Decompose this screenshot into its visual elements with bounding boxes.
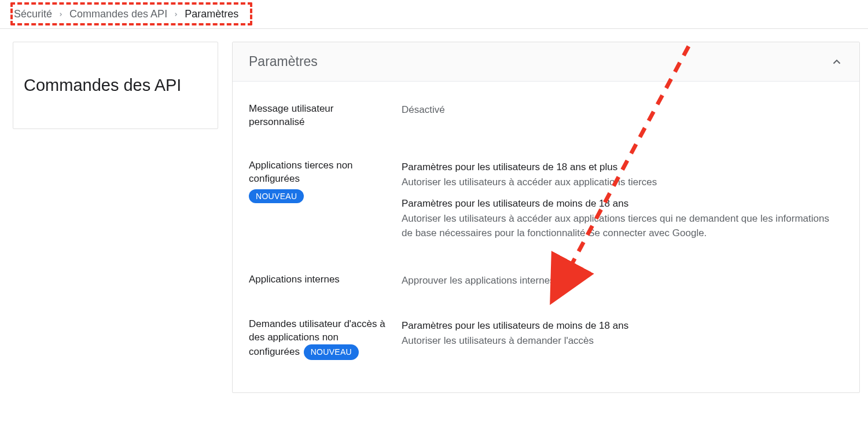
setting-description: Autoriser les utilisateurs à demander l'… xyxy=(402,333,832,348)
content-area: Commandes des API Paramètres Message uti… xyxy=(0,29,868,406)
setting-row-custom-message[interactable]: Message utilisateur personnalisé Désacti… xyxy=(249,87,843,144)
setting-description: Autoriser les utilisateurs à accéder aux… xyxy=(402,175,832,190)
setting-value: Désactivé xyxy=(402,102,832,117)
settings-panel: Paramètres Message utilisateur personnal… xyxy=(232,42,860,393)
setting-label: Demandes utilisateur d'accès à des appli… xyxy=(249,318,390,360)
panel-header[interactable]: Paramètres xyxy=(233,42,859,82)
side-card-title: Commandes des API xyxy=(24,76,207,95)
setting-label: Applications internes xyxy=(249,273,390,287)
setting-subheading: Paramètres pour les utilisateurs de 18 a… xyxy=(402,159,832,175)
setting-subheading: Paramètres pour les utilisateurs de moin… xyxy=(402,196,832,211)
new-badge: NOUVEAU xyxy=(304,344,359,360)
chevron-right-icon xyxy=(58,8,64,20)
panel-body: Message utilisateur personnalisé Désacti… xyxy=(233,82,859,392)
setting-row-access-requests[interactable]: Demandes utilisateur d'accès à des appli… xyxy=(249,303,843,375)
setting-row-third-party-apps[interactable]: Applications tierces non configurées NOU… xyxy=(249,144,843,258)
setting-row-internal-apps[interactable]: Applications internes Approuver les appl… xyxy=(249,258,843,303)
new-badge: NOUVEAU xyxy=(249,189,304,203)
setting-label: Applications tierces non configurées xyxy=(249,159,390,186)
setting-subheading: Paramètres pour les utilisateurs de moin… xyxy=(402,318,832,333)
breadcrumb-parametres: Paramètres xyxy=(185,8,238,20)
panel-title: Paramètres xyxy=(249,54,318,69)
setting-label: Message utilisateur personnalisé xyxy=(249,102,390,129)
setting-description: Autoriser les utilisateurs à accéder aux… xyxy=(402,211,832,241)
setting-value: Approuver les applications internes xyxy=(402,273,832,288)
chevron-up-icon xyxy=(830,56,843,68)
side-card: Commandes des API xyxy=(13,42,218,129)
breadcrumb-securite[interactable]: Sécurité xyxy=(14,8,52,20)
breadcrumb-commandes-api[interactable]: Commandes des API xyxy=(69,8,167,20)
breadcrumb: Sécurité Commandes des API Paramètres xyxy=(0,0,868,29)
chevron-right-icon xyxy=(173,8,179,20)
